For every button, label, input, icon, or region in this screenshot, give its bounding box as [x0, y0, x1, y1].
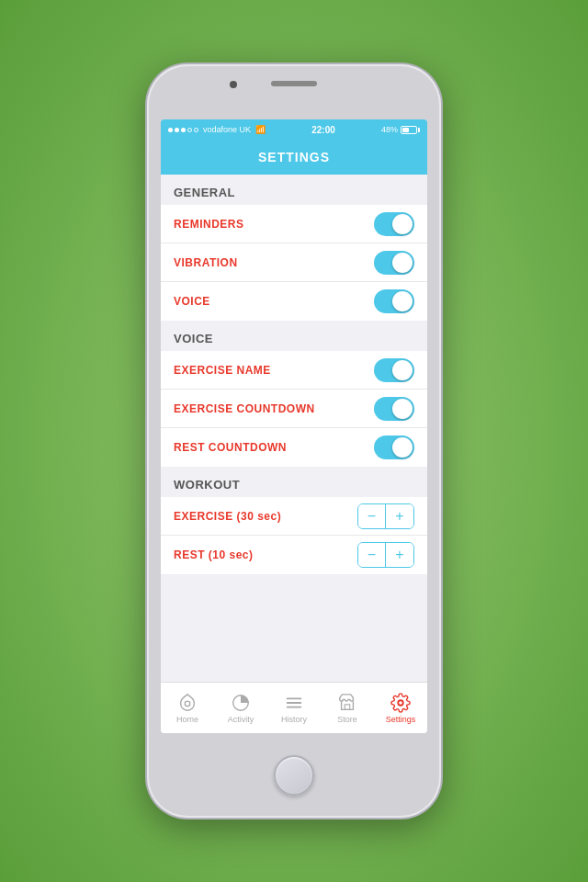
exercise-countdown-label: EXERCISE COUNTDOWN: [174, 402, 315, 415]
nav-title: SETTINGS: [258, 150, 330, 164]
tab-store-label: Store: [337, 715, 357, 724]
voice-general-toggle[interactable]: [374, 289, 414, 313]
settings-content: GENERAL REMINDERS VIBRATION VOICE: [161, 175, 427, 682]
exercise-decrement-button[interactable]: −: [358, 504, 386, 528]
tab-settings-label: Settings: [386, 715, 416, 724]
screen: vodafone UK 📶 22:00 48% SETTINGS GENERAL: [161, 119, 427, 733]
vibration-toggle-knob: [392, 253, 413, 273]
carrier-label: vodafone UK: [203, 125, 251, 134]
voice-general-label: VOICE: [174, 295, 210, 308]
history-icon: [284, 693, 304, 713]
activity-icon: [231, 693, 251, 713]
signal-dots: [168, 128, 198, 132]
status-right: 48%: [381, 125, 420, 134]
exercise-duration-row: EXERCISE (30 sec) − +: [161, 497, 427, 536]
speaker: [271, 81, 317, 86]
tab-activity[interactable]: Activity: [214, 683, 267, 733]
section-header-voice: VOICE: [161, 321, 427, 351]
status-time: 22:00: [311, 125, 335, 135]
dot5: [194, 128, 198, 132]
dot2: [175, 128, 179, 132]
voice-general-row: VOICE: [161, 282, 427, 321]
wifi-icon: 📶: [255, 125, 266, 134]
reminders-toggle-knob: [392, 214, 413, 234]
rest-countdown-label: REST COUNTDOWN: [174, 441, 287, 454]
dot4: [187, 128, 192, 132]
exercise-duration-stepper: − +: [357, 503, 414, 529]
svg-rect-3: [287, 702, 302, 704]
exercise-increment-button[interactable]: +: [386, 504, 413, 528]
exercise-countdown-toggle-knob: [392, 399, 413, 419]
voice-general-toggle-knob: [392, 291, 413, 311]
svg-rect-2: [287, 697, 302, 699]
svg-rect-4: [287, 706, 302, 707]
rest-countdown-toggle-knob: [392, 437, 413, 458]
section-header-workout: WORKOUT: [161, 467, 427, 497]
exercise-countdown-toggle[interactable]: [374, 397, 414, 421]
home-button[interactable]: [274, 755, 314, 796]
tab-bar: Home Activity History: [161, 682, 427, 733]
rest-decrement-button[interactable]: −: [358, 543, 386, 567]
battery-tip: [418, 128, 420, 132]
battery-icon: [401, 126, 420, 134]
phone-frame: vodafone UK 📶 22:00 48% SETTINGS GENERAL: [147, 64, 441, 818]
general-group: REMINDERS VIBRATION VOICE: [161, 205, 427, 321]
tab-settings[interactable]: Settings: [374, 683, 427, 733]
rest-countdown-toggle[interactable]: [374, 435, 414, 459]
tab-home[interactable]: Home: [161, 683, 214, 733]
rest-duration-stepper: − +: [357, 542, 414, 568]
tab-history[interactable]: History: [267, 683, 321, 733]
rest-countdown-row: REST COUNTDOWN: [161, 428, 427, 467]
dot1: [168, 128, 173, 132]
voice-group: EXERCISE NAME EXERCISE COUNTDOWN REST CO…: [161, 351, 427, 467]
vibration-label: VIBRATION: [174, 256, 238, 269]
reminders-row: REMINDERS: [161, 205, 427, 243]
nav-bar: SETTINGS: [161, 140, 427, 175]
exercise-name-toggle-knob: [392, 360, 413, 380]
vibration-toggle[interactable]: [374, 251, 414, 275]
rest-duration-label: REST (10 sec): [174, 548, 254, 561]
workout-group: EXERCISE (30 sec) − + REST (10 sec) − +: [161, 497, 427, 574]
exercise-name-toggle[interactable]: [374, 358, 414, 382]
battery-fill: [402, 128, 409, 132]
status-left: vodafone UK 📶: [168, 125, 266, 134]
exercise-name-row: EXERCISE NAME: [161, 351, 427, 390]
battery-body: [401, 126, 417, 134]
vibration-row: VIBRATION: [161, 243, 427, 282]
tab-store[interactable]: Store: [321, 683, 374, 733]
home-icon: [177, 693, 198, 713]
exercise-name-label: EXERCISE NAME: [174, 364, 271, 377]
dot3: [181, 128, 186, 132]
status-bar: vodafone UK 📶 22:00 48%: [161, 119, 427, 140]
reminders-toggle[interactable]: [374, 212, 414, 236]
section-header-general: GENERAL: [161, 175, 427, 205]
tab-activity-label: Activity: [228, 715, 254, 724]
svg-point-0: [185, 701, 190, 707]
rest-duration-row: REST (10 sec) − +: [161, 536, 427, 574]
camera: [230, 81, 237, 88]
exercise-countdown-row: EXERCISE COUNTDOWN: [161, 390, 427, 428]
reminders-label: REMINDERS: [174, 218, 244, 231]
exercise-duration-label: EXERCISE (30 sec): [174, 510, 281, 523]
svg-rect-5: [345, 704, 350, 709]
rest-increment-button[interactable]: +: [386, 543, 413, 567]
phone-bottom: [274, 733, 314, 818]
battery-pct-label: 48%: [381, 125, 398, 134]
svg-point-6: [398, 700, 403, 706]
tab-home-label: Home: [176, 715, 198, 724]
settings-icon: [390, 693, 411, 713]
phone-top: [147, 64, 441, 119]
store-icon: [337, 693, 357, 713]
tab-history-label: History: [281, 715, 307, 724]
